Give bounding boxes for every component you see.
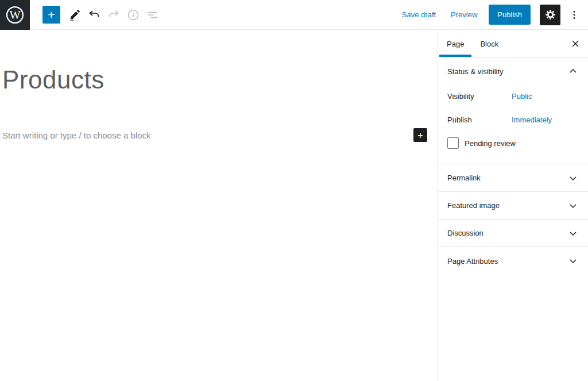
panel-featured-image[interactable]: Featured image xyxy=(438,192,588,220)
pending-review-row: Pending review xyxy=(447,137,579,149)
publish-row: Publish Immediately xyxy=(447,116,579,124)
close-sidebar-button[interactable] xyxy=(566,34,585,53)
publish-label: Publish xyxy=(447,116,512,124)
settings-sidebar: Page Block Status & visibility Visibilit… xyxy=(438,30,588,381)
list-view-button[interactable] xyxy=(143,5,163,25)
undo-arrow-icon xyxy=(87,8,101,22)
chevron-down-icon xyxy=(567,172,579,184)
tab-block[interactable]: Block xyxy=(473,30,506,57)
header-actions: Save draft Preview Publish xyxy=(402,5,588,25)
panel-page-attributes[interactable]: Page Attributes xyxy=(438,247,588,275)
gear-icon xyxy=(544,9,556,21)
add-block-button[interactable]: + xyxy=(413,128,427,142)
tools-button[interactable] xyxy=(65,5,84,25)
block-inserter-toggle-button[interactable]: + xyxy=(42,6,60,24)
panel-discussion[interactable]: Discussion xyxy=(438,220,588,247)
plus-icon: + xyxy=(417,130,423,140)
chevron-up-icon xyxy=(567,66,579,77)
options-menu-button[interactable] xyxy=(567,5,581,25)
wordpress-logo-icon: W xyxy=(5,5,25,25)
panel-title: Page Attributes xyxy=(447,257,498,265)
pending-review-checkbox[interactable] xyxy=(447,137,459,149)
panel-title: Discussion xyxy=(447,229,483,237)
editor-canvas: Products Start writing or type / to choo… xyxy=(0,30,436,381)
chevron-down-icon xyxy=(567,228,579,239)
status-visibility-panel: Status & visibility Visibility Public Pu… xyxy=(438,57,588,164)
wordpress-logo-button[interactable]: W xyxy=(0,0,30,30)
undo-button[interactable] xyxy=(84,5,104,25)
publish-button[interactable]: Publish xyxy=(489,5,531,25)
panel-title: Featured image xyxy=(447,201,500,210)
publish-value-button[interactable]: Immediately xyxy=(512,116,552,124)
chevron-down-icon xyxy=(567,200,579,211)
pencil-icon xyxy=(68,8,82,22)
tab-page[interactable]: Page xyxy=(439,30,471,57)
details-button[interactable] xyxy=(123,5,143,25)
close-icon xyxy=(571,39,580,48)
post-title-input[interactable]: Products xyxy=(2,67,436,93)
info-circle-icon xyxy=(126,8,140,22)
status-visibility-panel-toggle[interactable]: Status & visibility xyxy=(447,66,579,77)
plus-icon: + xyxy=(48,9,55,21)
panel-permalink[interactable]: Permalink xyxy=(438,164,588,192)
list-view-icon xyxy=(146,8,160,22)
svg-text:W: W xyxy=(9,8,21,21)
panel-title: Status & visibility xyxy=(447,67,504,76)
paragraph-block-placeholder[interactable]: Start writing or type / to choose a bloc… xyxy=(2,130,150,140)
ellipsis-icon xyxy=(567,8,581,22)
visibility-row: Visibility Public xyxy=(447,92,579,101)
redo-arrow-icon xyxy=(107,8,121,22)
chevron-down-icon xyxy=(567,255,579,267)
preview-button[interactable]: Preview xyxy=(451,10,477,19)
sidebar-tabs: Page Block xyxy=(438,30,588,57)
visibility-value-button[interactable]: Public xyxy=(512,92,532,101)
panel-title: Permalink xyxy=(447,174,481,182)
redo-button[interactable] xyxy=(104,5,123,25)
pending-review-label[interactable]: Pending review xyxy=(465,139,516,148)
save-draft-button[interactable]: Save draft xyxy=(402,10,436,19)
settings-toggle-button[interactable] xyxy=(540,5,560,25)
editor-top-bar: W + xyxy=(0,0,588,30)
visibility-label: Visibility xyxy=(447,92,512,101)
